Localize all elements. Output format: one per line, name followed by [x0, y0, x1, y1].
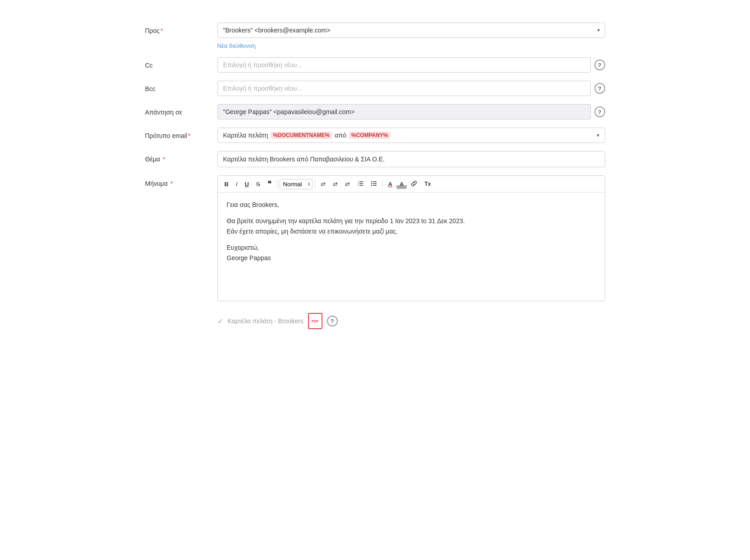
- reply-to-label: Απάντηση σε: [145, 104, 208, 116]
- subject-row: Θέμα *: [145, 151, 605, 167]
- toolbar-sep-3: [382, 179, 383, 188]
- toolbar-sep-1: [277, 179, 277, 188]
- template-chevron-icon: ▾: [597, 132, 599, 138]
- to-select[interactable]: "Brookers" <brookers@example.com> ▾: [217, 23, 605, 38]
- cc-label: Cc: [145, 57, 208, 69]
- template-row: Πρότυπο email* Καρτέλα πελάτη %DOCUMENTN…: [145, 128, 605, 143]
- attachment-help-icon[interactable]: ?: [327, 316, 338, 326]
- attachment-filename: Καρτέλα πελάτη - Brookers: [228, 317, 304, 325]
- body-closing: Ευχαριστώ, George Pappas: [227, 243, 596, 263]
- normal-select-wrap: Normal: [280, 179, 313, 189]
- bold-button[interactable]: B: [221, 179, 232, 189]
- new-address-link[interactable]: Νέα διεύθυνση: [217, 42, 605, 49]
- message-label: Μήνυμα *: [145, 175, 208, 187]
- template-tag-documentname: %DOCUMENTNAME%: [271, 132, 332, 139]
- template-tag-company: %COMPANY%: [349, 132, 391, 139]
- quote-button[interactable]: ❝: [264, 179, 275, 189]
- bcc-row: Bcc ?: [145, 81, 605, 96]
- strikethrough-button[interactable]: S: [253, 179, 263, 189]
- cc-field-wrap: ?: [217, 57, 605, 73]
- cc-row: Cc ?: [145, 57, 605, 73]
- attachment-check-icon: ✓: [217, 317, 223, 326]
- message-editor: B I U S ❝ Normal ⇄ ⇄ ⇄ 123: [217, 175, 605, 301]
- unordered-list-button[interactable]: [368, 179, 380, 189]
- font-color-button[interactable]: A: [385, 179, 396, 189]
- align-right-button[interactable]: ⇄: [342, 179, 353, 189]
- bcc-help-icon[interactable]: ?: [594, 83, 605, 94]
- ordered-list-button[interactable]: 123: [354, 179, 367, 189]
- cc-input[interactable]: [217, 57, 591, 73]
- editor-toolbar: B I U S ❝ Normal ⇄ ⇄ ⇄ 123: [218, 176, 605, 193]
- svg-point-10: [371, 183, 372, 184]
- email-form: Προς* "Brookers" <brookers@example.com> …: [127, 14, 623, 346]
- reply-to-value: "George Pappas" <papavasileiou@gmail.com…: [217, 104, 591, 119]
- font-bg-button[interactable]: A: [396, 179, 407, 189]
- svg-point-9: [371, 181, 372, 182]
- template-select-wrap: Καρτέλα πελάτη %DOCUMENTNAME% από %COMPA…: [217, 128, 605, 143]
- clear-format-button[interactable]: Tx: [421, 179, 434, 188]
- toolbar-sep-2: [315, 179, 315, 188]
- message-body[interactable]: Γεια σας Brookers, Θα βρείτε συνημμένη τ…: [218, 193, 605, 301]
- to-select-wrap: "Brookers" <brookers@example.com> ▾: [217, 23, 605, 38]
- template-select[interactable]: Καρτέλα πελάτη %DOCUMENTNAME% από %COMPA…: [217, 128, 605, 143]
- body-main: Θα βρείτε συνημμένη την καρτέλα πελάτη γ…: [227, 216, 596, 236]
- reply-to-field-wrap: "George Pappas" <papavasileiou@gmail.com…: [217, 104, 605, 119]
- underline-button[interactable]: U: [242, 179, 252, 189]
- to-label: Προς*: [145, 23, 208, 34]
- bcc-field-wrap: ?: [217, 81, 605, 96]
- cc-help-icon[interactable]: ?: [594, 60, 605, 70]
- bcc-input[interactable]: [217, 81, 591, 96]
- attachment-info: ✓ Καρτέλα πελάτη - Brookers PDF ?: [217, 311, 338, 329]
- to-row: Προς* "Brookers" <brookers@example.com> …: [145, 23, 605, 49]
- subject-input[interactable]: [217, 151, 605, 167]
- reply-to-row: Απάντηση σε "George Pappas" <papavasilei…: [145, 104, 605, 119]
- italic-button[interactable]: I: [233, 179, 241, 189]
- reply-to-help-icon[interactable]: ?: [594, 106, 605, 117]
- align-center-button[interactable]: ⇄: [330, 179, 341, 189]
- heading-select[interactable]: Normal: [280, 179, 313, 189]
- bcc-label: Bcc: [145, 81, 208, 92]
- attachment-row: ✓ Καρτέλα πελάτη - Brookers PDF ?: [145, 309, 605, 329]
- align-left-button[interactable]: ⇄: [317, 179, 329, 189]
- message-row: Μήνυμα * B I U S ❝ Normal ⇄ ⇄ ⇄: [145, 175, 605, 301]
- to-chevron-icon: ▾: [597, 27, 600, 33]
- pdf-icon[interactable]: PDF: [308, 313, 322, 329]
- subject-label: Θέμα *: [145, 151, 208, 163]
- body-greeting: Γεια σας Brookers,: [227, 200, 596, 210]
- svg-point-11: [371, 185, 372, 186]
- template-label: Πρότυπο email*: [145, 128, 208, 139]
- svg-text:3: 3: [358, 184, 359, 186]
- link-button[interactable]: [408, 179, 420, 189]
